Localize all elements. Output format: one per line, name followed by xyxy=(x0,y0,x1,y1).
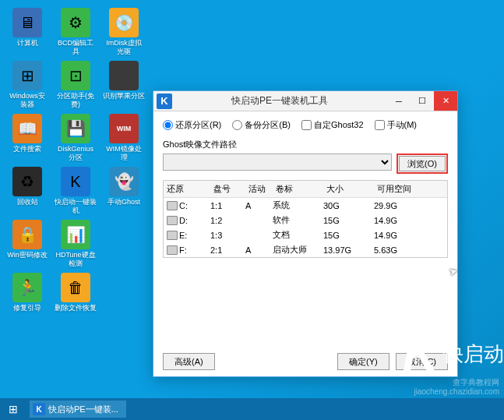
mode-row: 还原分区(R) 备份分区(B) 自定Ghost32 手动(M) xyxy=(163,119,448,131)
drive-icon xyxy=(167,231,178,240)
taskbar-app-item[interactable]: K 快启动PE一键装... xyxy=(30,401,126,418)
drive-icon xyxy=(167,216,178,225)
desktop-icon-label: BCD编辑工具 xyxy=(55,39,97,56)
table-row[interactable]: F:2:1A启动大师13.97G5.63G xyxy=(164,242,447,257)
table-row[interactable]: E:1:3文档15G14.9G xyxy=(164,228,447,242)
desktop-icon[interactable]: 📖文件搜索 xyxy=(6,114,48,164)
app-tile-icon: 💿 xyxy=(109,8,139,37)
desktop-icon-label: 回收站 xyxy=(17,198,38,206)
desktop-icon[interactable]: 👻手动Ghost xyxy=(103,167,145,217)
desktop-icon[interactable]: ⚙BCD编辑工具 xyxy=(55,8,97,58)
backup-radio[interactable]: 备份分区(B) xyxy=(232,119,291,131)
restore-radio[interactable]: 还原分区(R) xyxy=(163,119,221,131)
maximize-button[interactable]: ☐ xyxy=(411,91,434,111)
browse-button[interactable]: 浏览(O) xyxy=(399,156,446,171)
desktop-icon-label: 删除文件恢复 xyxy=(55,304,97,312)
drive-icon xyxy=(167,245,178,255)
app-tile-icon xyxy=(109,61,139,90)
app-tile-icon: WIM xyxy=(109,114,139,143)
desktop-icon-label: 分区助手(免费) xyxy=(55,92,97,109)
app-tile-icon: K xyxy=(61,167,90,196)
desktop-icon[interactable]: WIMWIM镜像处理 xyxy=(103,114,145,164)
image-path-select[interactable] xyxy=(163,154,392,171)
start-button[interactable]: ⊞ xyxy=(0,398,26,420)
app-tile-icon: 🏃 xyxy=(12,273,42,302)
desktop-icon[interactable]: 📊HDTune硬盘检测 xyxy=(55,220,97,270)
minimize-button[interactable]: ─ xyxy=(387,91,411,111)
browse-highlight: 浏览(O) xyxy=(397,154,448,174)
desktop-icon[interactable]: 💾DiskGenius分区 xyxy=(55,114,97,164)
desktop-icon-label: 手动Ghost xyxy=(107,198,140,206)
desktop-icon-label: 快启动一键装机 xyxy=(55,198,97,215)
desktop-icon[interactable]: 识别苹果分区 xyxy=(103,61,145,111)
desktop-icon-label: Windows安装器 xyxy=(6,92,48,109)
drive-icon xyxy=(167,201,178,210)
ok-button[interactable]: 确定(Y) xyxy=(337,353,389,370)
path-label: Ghost映像文件路径 xyxy=(163,139,448,150)
brand-logo: K 快启动 xyxy=(403,325,504,383)
desktop-icon-label: 修复引导 xyxy=(13,304,41,312)
desktop-icon[interactable]: 🏃修复引导 xyxy=(6,273,48,323)
window-title: 快启动PE一键装机工具 xyxy=(172,94,387,108)
desktop-icon[interactable]: K快启动一键装机 xyxy=(55,167,97,217)
partition-table: 还原 盘号 活动 卷标 大小 可用空间 C:1:1A系统30G29.9GD:1:… xyxy=(163,180,448,258)
desktop-icon[interactable]: 🔒Win密码修改 xyxy=(6,220,48,270)
desktop-icon-label: 文件搜索 xyxy=(13,145,41,154)
desktop-icon[interactable]: ♻回收站 xyxy=(6,167,48,217)
table-row[interactable]: D:1:2软件15G14.9G xyxy=(164,213,447,228)
app-tile-icon: ⚙ xyxy=(61,8,90,37)
app-tile-icon: ⊡ xyxy=(61,61,90,90)
desktop-icon-label: Win密码修改 xyxy=(7,251,48,259)
app-tile-icon: 👻 xyxy=(109,167,139,196)
taskbar[interactable]: ⊞ K 快启动PE一键装... xyxy=(0,398,504,420)
app-tile-icon: 📊 xyxy=(61,220,90,249)
app-tile-icon: 💾 xyxy=(61,114,90,143)
app-tile-icon: 🔒 xyxy=(12,220,42,249)
desktop-icon-label: 识别苹果分区 xyxy=(103,92,145,101)
table-header: 还原 盘号 活动 卷标 大小 可用空间 xyxy=(164,181,447,198)
desktop-icon-label: WIM镜像处理 xyxy=(103,145,145,162)
watermark: 查字典教程网 jiaocheng.chazidian.com xyxy=(414,378,499,397)
app-tile-icon: 🗑 xyxy=(61,273,90,302)
desktop-icon-label: 计算机 xyxy=(17,39,38,48)
desktop: 🖥计算机⊞Windows安装器📖文件搜索♻回收站🔒Win密码修改🏃修复引导⚙BC… xyxy=(0,0,504,420)
ghost32-check[interactable]: 自定Ghost32 xyxy=(301,119,364,131)
desktop-icon[interactable]: 💿ImDisk虚拟光驱 xyxy=(103,8,145,58)
desktop-icon[interactable]: 🗑删除文件恢复 xyxy=(55,273,97,323)
desktop-icon-label: ImDisk虚拟光驱 xyxy=(103,39,145,56)
manual-check[interactable]: 手动(M) xyxy=(375,119,418,131)
app-tile-icon: ⊞ xyxy=(12,61,42,90)
app-tile-icon: 📖 xyxy=(12,114,42,143)
table-row[interactable]: C:1:1A系统30G29.9G xyxy=(164,198,447,213)
desktop-icon-label: HDTune硬盘检测 xyxy=(55,251,97,268)
desktop-icon[interactable]: ⊡分区助手(免费) xyxy=(55,61,97,111)
desktop-icon[interactable]: ⊞Windows安装器 xyxy=(6,61,48,111)
close-button[interactable]: ✕ xyxy=(434,91,457,111)
app-icon: K xyxy=(33,403,45,415)
app-icon: K xyxy=(157,94,172,109)
desktop-icon-label: DiskGenius分区 xyxy=(55,145,97,162)
desktop-icon-grid: 🖥计算机⊞Windows安装器📖文件搜索♻回收站🔒Win密码修改🏃修复引导⚙BC… xyxy=(0,0,140,382)
advanced-button[interactable]: 高级(A) xyxy=(163,353,215,370)
titlebar[interactable]: K 快启动PE一键装机工具 ─ ☐ ✕ xyxy=(153,91,457,111)
desktop-icon[interactable]: 🖥计算机 xyxy=(6,8,48,58)
app-tile-icon: 🖥 xyxy=(12,8,42,37)
app-tile-icon: ♻ xyxy=(12,167,42,196)
